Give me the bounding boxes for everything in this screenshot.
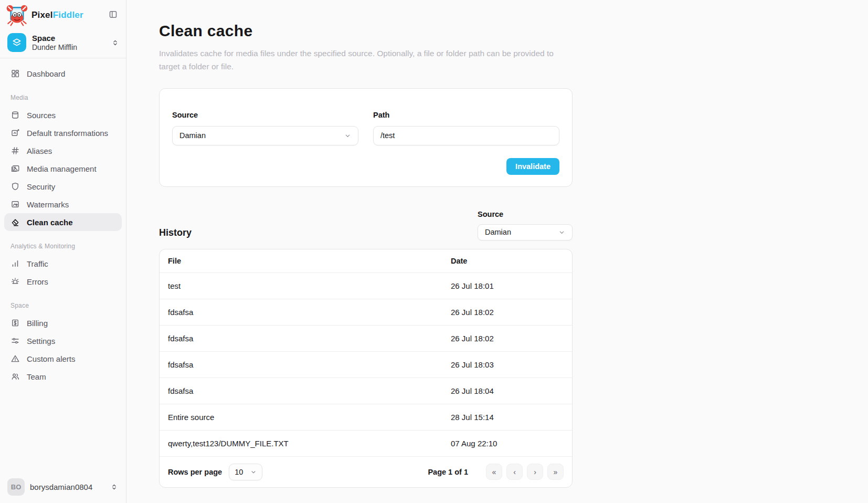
- cell-file: test: [168, 281, 451, 290]
- history-title: History: [159, 227, 192, 238]
- table-row[interactable]: fdsafsa 26 Jul 18:04: [160, 378, 572, 404]
- sidebar-item-label: Billing: [27, 319, 48, 328]
- bar-chart-icon: [10, 259, 20, 268]
- invalidate-button[interactable]: Invalidate: [506, 158, 559, 175]
- cell-file: fdsafsa: [168, 386, 451, 395]
- chevron-down-icon: [344, 132, 351, 139]
- space-selector[interactable]: Space Dunder Mifflin: [0, 28, 126, 58]
- sidebar-item-label: Errors: [27, 277, 48, 286]
- table-row[interactable]: test 26 Jul 18:01: [160, 273, 572, 299]
- history-source-value: Damian: [485, 228, 511, 236]
- chevron-updown-icon: [112, 39, 119, 47]
- sidebar-item-label: Sources: [27, 111, 56, 120]
- table-row[interactable]: fdsafsa 26 Jul 18:02: [160, 326, 572, 352]
- app-root: PixelFiddler Space Dunder Miffli: [0, 0, 868, 503]
- brand-accent: Fiddler: [53, 10, 83, 20]
- first-page-icon: «: [492, 468, 496, 476]
- space-selector-text: Space Dunder Mifflin: [32, 34, 77, 52]
- source-select[interactable]: Damian: [172, 126, 358, 145]
- cell-date: 07 Aug 22:10: [451, 439, 564, 448]
- sidebar-item-security[interactable]: Security: [4, 177, 122, 195]
- rows-per-page-value: 10: [235, 468, 243, 476]
- sidebar-item-team[interactable]: Team: [4, 368, 122, 385]
- prev-page-icon: ‹: [513, 468, 516, 476]
- sidebar-item-dashboard[interactable]: Dashboard: [4, 65, 122, 82]
- source-select-value: Damian: [179, 131, 206, 140]
- brand-primary: Pixel: [31, 10, 53, 20]
- cell-date: 26 Jul 18:03: [451, 360, 564, 369]
- table-row[interactable]: qwerty,test123/DUMMY_FILE.TXT 07 Aug 22:…: [160, 431, 572, 457]
- sidebar-item-sources[interactable]: Sources: [4, 106, 122, 124]
- sidebar-item-label: Clean cache: [27, 218, 73, 227]
- table-row[interactable]: fdsafsa 26 Jul 18:02: [160, 299, 572, 326]
- database-icon: [10, 110, 20, 120]
- cell-file: fdsafsa: [168, 308, 451, 317]
- cell-date: 26 Jul 18:04: [451, 386, 564, 395]
- cell-file: fdsafsa: [168, 360, 451, 369]
- path-input[interactable]: [373, 126, 559, 145]
- last-page-icon: »: [554, 468, 558, 476]
- media-icon: [10, 164, 20, 173]
- sidebar-item-label: Media management: [27, 164, 97, 173]
- hash-icon: [10, 146, 20, 155]
- cell-date: 26 Jul 18:01: [451, 281, 564, 290]
- sidebar-item-clean-cache[interactable]: Clean cache: [4, 213, 122, 231]
- rows-per-page-select[interactable]: 10: [229, 464, 262, 480]
- sidebar-item-default-transformations[interactable]: Default transformations: [4, 124, 122, 142]
- prev-page-button[interactable]: ‹: [506, 464, 523, 480]
- sidebar-item-label: Default transformations: [27, 129, 108, 138]
- sidebar-item-label: Traffic: [27, 259, 48, 268]
- sidebar-item-label: Custom alerts: [27, 354, 76, 363]
- history-header: History Source Damian: [159, 210, 573, 240]
- team-icon: [10, 372, 20, 381]
- last-page-button[interactable]: »: [547, 464, 564, 480]
- avatar: BO: [7, 478, 25, 496]
- table-row[interactable]: Entire source 28 Jul 15:14: [160, 404, 572, 431]
- sidebar-item-label: Security: [27, 182, 55, 191]
- warning-icon: [10, 354, 20, 363]
- table-footer: Rows per page 10 Page 1 of 1 « ‹ › »: [160, 457, 572, 487]
- history-table-card: File Date test 26 Jul 18:01 fdsafsa 26 J…: [159, 249, 573, 488]
- layers-icon: [7, 33, 26, 52]
- clean-cache-form-card: Source Damian Path Invalida: [159, 88, 573, 187]
- sidebar-toggle-button[interactable]: [108, 9, 119, 22]
- user-menu[interactable]: BO borysdamian0804: [0, 471, 126, 503]
- sidebar-item-label: Aliases: [27, 146, 52, 155]
- sidebar-item-aliases[interactable]: Aliases: [4, 142, 122, 160]
- page-status: Page 1 of 1: [428, 468, 468, 476]
- section-label-media: Media: [4, 82, 122, 106]
- cell-file: Entire source: [168, 413, 451, 422]
- sidebar-item-label: Dashboard: [27, 69, 65, 78]
- column-header-date: Date: [451, 257, 564, 265]
- transform-icon: [10, 128, 20, 138]
- next-page-button[interactable]: ›: [527, 464, 543, 480]
- sidebar-nav: Dashboard Media Sources: [0, 58, 126, 471]
- sidebar-item-label: Settings: [27, 337, 55, 345]
- sidebar-item-errors[interactable]: Errors: [4, 273, 122, 290]
- main-content: Clean cache Invalidates cache for media …: [126, 0, 868, 503]
- first-page-button[interactable]: «: [486, 464, 502, 480]
- sidebar-item-custom-alerts[interactable]: Custom alerts: [4, 350, 122, 368]
- cell-date: 28 Jul 15:14: [451, 413, 564, 422]
- sidebar-item-billing[interactable]: Billing: [4, 314, 122, 332]
- sidebar-item-watermarks[interactable]: Watermarks: [4, 195, 122, 213]
- page-title: Clean cache: [159, 22, 573, 40]
- cell-date: 26 Jul 18:02: [451, 334, 564, 343]
- sidebar-header: PixelFiddler: [0, 0, 126, 28]
- sidebar-item-traffic[interactable]: Traffic: [4, 255, 122, 273]
- path-label: Path: [373, 111, 559, 119]
- sidebar-item-settings[interactable]: Settings: [4, 332, 122, 350]
- chevron-down-icon: [250, 469, 257, 475]
- dashboard-icon: [10, 69, 20, 78]
- sidebar-toggle-icon: [109, 10, 118, 20]
- sidebar: PixelFiddler Space Dunder Miffli: [0, 0, 126, 503]
- history-source-select[interactable]: Damian: [478, 224, 573, 240]
- page-description: Invalidates cache for media files under …: [159, 47, 568, 74]
- table-row[interactable]: fdsafsa 26 Jul 18:03: [160, 352, 572, 378]
- user-name: borysdamian0804: [30, 483, 92, 491]
- sidebar-item-media-management[interactable]: Media management: [4, 160, 122, 177]
- cell-file: fdsafsa: [168, 334, 451, 343]
- sidebar-item-label: Team: [27, 372, 46, 381]
- chevron-down-icon: [558, 229, 565, 236]
- section-label-space: Space: [4, 290, 122, 314]
